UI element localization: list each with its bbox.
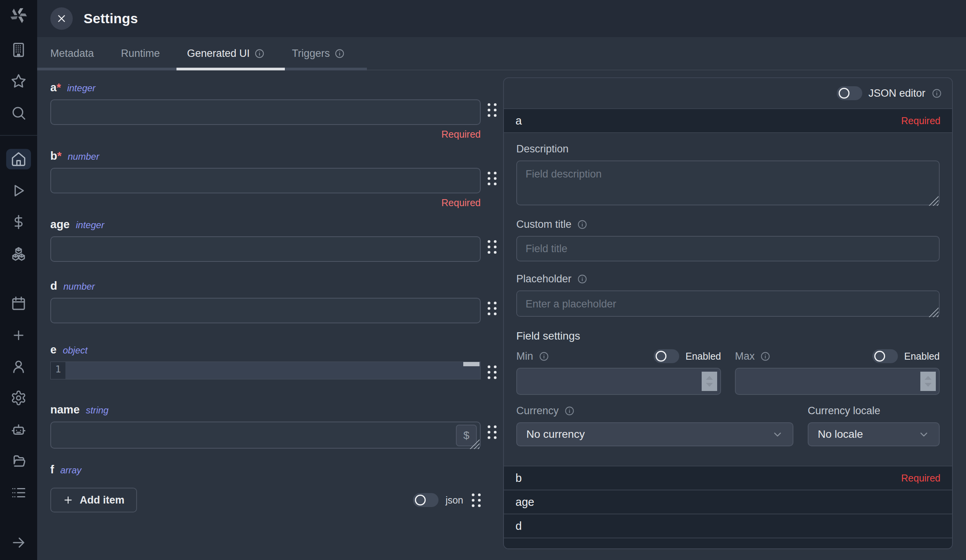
tab-triggers[interactable]: Triggers bbox=[292, 37, 345, 70]
description-input[interactable] bbox=[516, 160, 940, 205]
code-editor-body[interactable] bbox=[65, 362, 480, 379]
user-icon[interactable] bbox=[6, 356, 31, 377]
required-badge: Required bbox=[901, 115, 940, 126]
required-star: * bbox=[57, 81, 61, 94]
required-note: Required bbox=[50, 129, 481, 140]
star-icon[interactable] bbox=[6, 71, 31, 92]
add-item-button[interactable]: Add item bbox=[50, 488, 137, 512]
number-spinner[interactable] bbox=[920, 372, 936, 391]
field-b-input[interactable] bbox=[50, 168, 481, 193]
panel-row-age[interactable]: age bbox=[504, 490, 952, 514]
field-d-input[interactable] bbox=[50, 298, 481, 323]
json-toggle[interactable] bbox=[413, 493, 438, 507]
drag-handle-icon[interactable] bbox=[488, 302, 497, 315]
panel-row-partial bbox=[504, 538, 952, 548]
currency-locale-setting: Currency locale No locale bbox=[808, 405, 940, 446]
drag-handle-icon[interactable] bbox=[488, 365, 497, 379]
max-enabled-label: Enabled bbox=[904, 351, 940, 362]
drag-handle-icon[interactable] bbox=[488, 425, 497, 439]
panel-row-b[interactable]: b Required bbox=[504, 466, 952, 490]
currency-setting: Currency No currency bbox=[516, 405, 793, 446]
robot-icon[interactable] bbox=[6, 419, 31, 440]
info-icon bbox=[760, 351, 771, 362]
plus-icon[interactable] bbox=[6, 325, 31, 345]
drag-handle-icon[interactable] bbox=[472, 493, 481, 507]
min-enabled-label: Enabled bbox=[685, 351, 721, 362]
object-code-editor[interactable]: 1 bbox=[50, 362, 481, 379]
dollar-icon[interactable] bbox=[6, 212, 31, 232]
field-a-input[interactable] bbox=[50, 99, 481, 125]
required-badge: Required bbox=[901, 473, 940, 484]
panel-header: JSON editor bbox=[504, 78, 952, 108]
field-type: integer bbox=[76, 220, 104, 230]
max-setting: Max Enabled bbox=[735, 349, 940, 395]
code-editor-scrollbar[interactable] bbox=[463, 362, 480, 366]
code-line-number: 1 bbox=[51, 362, 65, 379]
tab-bar: Metadata Runtime Generated UI Triggers bbox=[37, 37, 966, 70]
info-icon bbox=[564, 406, 575, 416]
panel-row-d[interactable]: d bbox=[504, 514, 952, 538]
list-icon[interactable] bbox=[6, 482, 31, 503]
form-preview-column: a* integer Required b* number bbox=[37, 70, 503, 560]
tab-generated-ui[interactable]: Generated UI bbox=[187, 37, 265, 70]
currency-locale-select[interactable]: No locale bbox=[808, 422, 940, 446]
drag-handle-icon[interactable] bbox=[488, 172, 497, 185]
info-icon bbox=[254, 48, 265, 59]
field-type: integer bbox=[67, 83, 95, 94]
field-name: name bbox=[50, 403, 80, 416]
json-toggle-label: json bbox=[445, 495, 463, 506]
max-value-input[interactable] bbox=[735, 368, 940, 395]
currency-locale-label: Currency locale bbox=[808, 405, 940, 417]
json-editor-label: JSON editor bbox=[868, 87, 925, 99]
required-note: Required bbox=[50, 197, 481, 209]
field-type: string bbox=[86, 405, 109, 416]
calendar-icon[interactable] bbox=[6, 293, 31, 314]
placeholder-label: Placeholder bbox=[516, 273, 940, 285]
field-settings-title: Field settings bbox=[516, 330, 940, 342]
home-icon[interactable] bbox=[6, 149, 31, 169]
currency-select[interactable]: No currency bbox=[516, 422, 793, 446]
info-icon bbox=[539, 351, 549, 362]
min-label: Min bbox=[516, 350, 533, 362]
placeholder-input[interactable] bbox=[516, 290, 940, 317]
field-f: f array Add item json bbox=[50, 463, 503, 512]
arrow-right-icon[interactable] bbox=[6, 533, 31, 553]
sidebar-divider bbox=[0, 135, 37, 136]
close-icon[interactable] bbox=[50, 7, 73, 30]
panel-row-a[interactable]: a Required bbox=[504, 108, 952, 132]
windmill-logo-icon[interactable] bbox=[0, 0, 37, 31]
min-value-input[interactable] bbox=[516, 368, 721, 395]
currency-label: Currency bbox=[516, 405, 793, 417]
gear-icon[interactable] bbox=[6, 388, 31, 408]
custom-title-input[interactable] bbox=[516, 236, 940, 261]
field-name-input[interactable] bbox=[50, 422, 481, 449]
drag-handle-icon[interactable] bbox=[488, 240, 497, 254]
search-icon[interactable] bbox=[6, 102, 31, 123]
field-config-panel: JSON editor a Required Description bbox=[503, 77, 953, 549]
variable-picker-button[interactable]: $ bbox=[456, 425, 477, 446]
play-icon[interactable] bbox=[6, 180, 31, 201]
required-star: * bbox=[57, 150, 62, 162]
tab-runtime[interactable]: Runtime bbox=[121, 37, 160, 70]
field-d: d number bbox=[50, 280, 503, 323]
info-icon bbox=[932, 88, 942, 99]
field-age: age integer bbox=[50, 218, 503, 262]
number-spinner[interactable] bbox=[702, 372, 717, 391]
field-name: f bbox=[50, 463, 54, 476]
min-setting: Min Enabled bbox=[516, 349, 721, 395]
min-enabled-toggle[interactable] bbox=[654, 349, 679, 363]
json-editor-toggle[interactable] bbox=[837, 86, 862, 100]
field-age-input[interactable] bbox=[50, 236, 481, 262]
building-icon[interactable] bbox=[6, 39, 31, 60]
folder-open-icon[interactable] bbox=[6, 451, 31, 471]
sidebar bbox=[0, 0, 37, 560]
plus-icon bbox=[63, 495, 74, 505]
info-icon bbox=[334, 48, 345, 59]
description-label: Description bbox=[516, 143, 940, 155]
drag-handle-icon[interactable] bbox=[488, 103, 497, 117]
field-editor-a: Description Custom title Placehol bbox=[504, 132, 952, 466]
boxes-icon[interactable] bbox=[6, 243, 31, 264]
max-enabled-toggle[interactable] bbox=[872, 349, 898, 363]
info-icon bbox=[577, 219, 587, 230]
tab-metadata[interactable]: Metadata bbox=[50, 37, 94, 70]
